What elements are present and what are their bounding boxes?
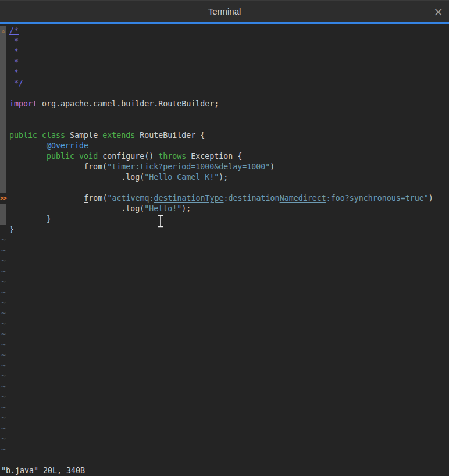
code-token: } [9,225,14,234]
lint-sign-icon: >> [0,193,6,204]
code-token: ) [429,194,433,203]
code-text: * [9,68,19,78]
code-token: import [9,100,37,108]
code-text: } [9,225,14,235]
code-line [0,88,449,99]
code-token: * [9,37,19,45]
code-line: .log("Hello!"); [0,204,449,214]
code-token: from( [84,162,107,171]
code-text: .log("Hello Camel K!"); [9,172,228,183]
code-line: ⚠/* [0,26,449,36]
code-token: Sample [65,131,102,140]
gutter-cell [0,36,6,47]
tilde-empty-line: ~ [0,267,449,277]
code-token: rom( [88,194,107,203]
code-line: } [0,225,449,235]
tilde-empty-line: ~ [0,361,449,371]
gutter-cell [0,68,6,78]
code-line: } [0,214,449,225]
tilde-empty-line: ~ [0,277,449,287]
code-line: * [0,36,449,47]
code-line: public void configure() throws Exception… [0,151,449,162]
window-titlebar[interactable]: Terminal × [0,0,449,22]
code-text: } [9,214,51,225]
code-token [9,152,47,161]
tilde-empty-line: ~ [0,371,449,382]
code-token: throws [158,152,186,161]
tilde-empty-line: ~ [0,424,449,434]
tilde-empty-line: ~ [0,382,449,392]
code-token: :foo?synchronous=true" [326,194,429,203]
gutter-cell [0,172,6,183]
code-token: RouteBuilder { [135,131,205,140]
tilde-empty-line: ~ [0,392,449,403]
terminal-window: Terminal × ⚠/* * * * * */import org.apac… [0,0,449,476]
tilde-empty-line: ~ [0,246,449,256]
terminal-viewport[interactable]: ⚠/* * * * * */import org.apache.camel.bu… [0,24,449,476]
code-token: void [79,152,98,161]
code-token: public [47,152,74,161]
code-token: "Hello!" [144,204,181,213]
code-text: * [9,57,19,68]
warning-icon: ⚠ [0,26,6,36]
tilde-empty-line: ~ [0,298,449,308]
gutter-cell [0,120,6,130]
vim-status-line: "b.java" 20L, 340B [0,466,449,476]
code-token: destinationType [154,194,223,203]
tilde-empty-line: ~ [0,256,449,267]
code-token: */ [9,79,23,87]
code-token: @Override [47,141,88,150]
tilde-empty-line: ~ [0,350,449,361]
code-token: Exception { [186,152,242,161]
code-token [9,173,121,182]
code-token: ); [219,173,228,182]
code-line: .log("Hello Camel K!"); [0,172,449,183]
code-line: public class Sample extends RouteBuilder… [0,130,449,141]
code-token [9,194,84,203]
code-token: "activemq: [107,194,154,203]
window-title: Terminal [208,6,241,16]
code-token: class [42,131,65,140]
code-text: from("timer:tick?period=1000&delay=1000"… [9,162,275,172]
gutter-cell [0,214,6,225]
code-line [0,183,449,193]
code-line: @Override [0,141,449,151]
code-token: org.apache.camel.builder.RouteBuilder; [37,100,219,108]
tilde-empty-line: ~ [0,340,449,350]
code-token: ); [181,204,191,213]
gutter-cell [0,225,6,235]
tilde-empty-line: ~ [0,319,449,329]
gutter-cell [0,141,6,151]
code-token: /* [9,26,19,35]
tilde-empty-line: ~ [0,308,449,319]
code-line: */ [0,78,449,88]
gutter-cell [0,130,6,141]
code-text: from("activemq:destinationType:destinati… [9,193,433,204]
code-line: >> from("activemq:destinationType:destin… [0,193,449,204]
code-token: extends [102,131,135,140]
code-token: public [9,131,37,140]
gutter-cell [0,78,6,88]
tilde-empty-line: ~ [0,235,449,246]
code-line: * [0,57,449,68]
code-token [74,152,79,161]
code-token [9,141,47,150]
code-token: } [9,215,51,223]
gutter-cell [0,47,6,57]
tilde-empty-line: ~ [0,445,449,455]
gutter-cell [0,99,6,109]
tilde-empty-line: ~ [0,329,449,340]
code-line: * [0,68,449,78]
gutter-cell [0,88,6,99]
code-text: @Override [9,141,88,151]
code-line: import org.apache.camel.builder.RouteBui… [0,99,449,109]
code-token: * [9,47,19,56]
code-text: */ [9,78,23,88]
close-icon[interactable]: × [433,6,443,17]
code-text: * [9,36,19,47]
code-token: .log( [121,204,144,213]
code-text: public void configure() throws Exception… [9,151,242,162]
code-text: .log("Hello!"); [9,204,191,214]
code-text: public class Sample extends RouteBuilder… [9,130,205,141]
gutter-cell [0,151,6,162]
